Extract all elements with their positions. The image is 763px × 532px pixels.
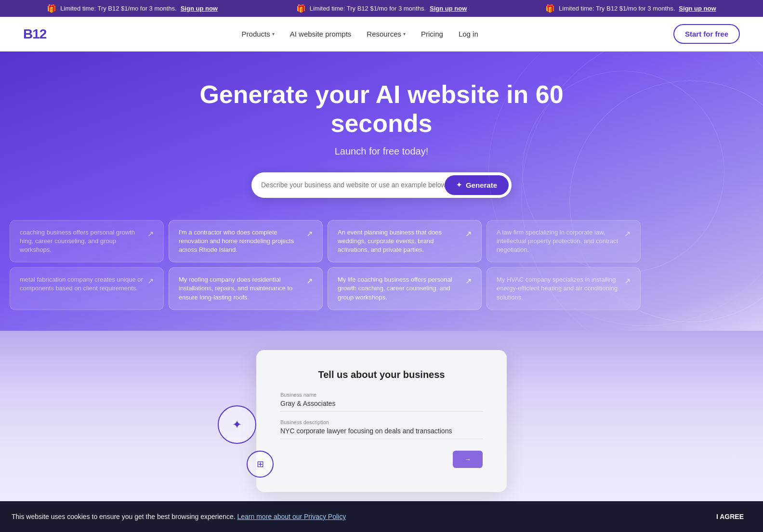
nav-item-products[interactable]: Products ▾	[242, 30, 275, 38]
business-desc-value: NYC corporate lawyer focusing on deals a…	[280, 427, 483, 439]
card-row1-0[interactable]: coaching business offers personal growth…	[10, 220, 164, 263]
cards-row-1: coaching business offers personal growth…	[10, 220, 753, 263]
banner-text-2: Limited time: Try B12 $1/mo for 3 months…	[310, 5, 426, 12]
business-name-label: Business name	[280, 392, 483, 398]
card-text: I'm a contractor who does complete renov…	[179, 228, 303, 255]
arrow-icon: ↗	[147, 229, 154, 238]
nav-item-pricing[interactable]: Pricing	[421, 30, 443, 38]
nav-products-label: Products	[242, 30, 270, 38]
table-icon: ⊞	[257, 459, 264, 469]
card-row1-1[interactable]: I'm a contractor who does complete renov…	[169, 220, 323, 263]
generate-button[interactable]: ✦ Generate	[445, 175, 509, 195]
banner-text-3: Limited time: Try B12 $1/mo for 3 months…	[559, 5, 675, 12]
star-icon: ✦	[456, 181, 462, 189]
banner-text-1: Limited time: Try B12 $1/mo for 3 months…	[60, 5, 176, 12]
preview-section: ✦ ⊞ Tell us about your business Business…	[0, 331, 763, 531]
card-text: metal fabrication company creates unique…	[20, 275, 144, 293]
hero-circle-decoration-1	[522, 71, 724, 273]
generate-label: Generate	[466, 181, 497, 189]
card-row2-2[interactable]: My life coaching business offers persona…	[328, 267, 482, 310]
gift-icon-1: 🎁	[47, 4, 56, 13]
card-row1-3[interactable]: A law firm specializing in corporate law…	[487, 220, 641, 263]
preview-next-button[interactable]: →	[453, 451, 483, 468]
card-text: My life coaching business offers persona…	[338, 275, 461, 302]
gift-icon-3: 🎁	[545, 4, 555, 13]
nav-item-login[interactable]: Log in	[459, 30, 478, 38]
banner-item-1: 🎁 Limited time: Try B12 $1/mo for 3 mont…	[47, 4, 218, 13]
card-row2-3[interactable]: My HVAC company specializes in installin…	[487, 267, 641, 310]
hero-subtitle: Launch for free today!	[335, 146, 429, 157]
navbar: B12 Products ▾ AI website prompts Resour…	[0, 17, 763, 52]
arrow-icon: ↗	[465, 229, 472, 238]
logo[interactable]: B12	[23, 26, 46, 42]
card-text: coaching business offers personal growth…	[20, 228, 144, 255]
top-banner: 🎁 Limited time: Try B12 $1/mo for 3 mont…	[0, 0, 763, 17]
chevron-down-icon-2: ▾	[403, 31, 406, 37]
preview-card: ✦ ⊞ Tell us about your business Business…	[256, 350, 507, 492]
nav-pricing-label: Pricing	[421, 30, 443, 38]
banner-cta-1[interactable]: Sign up now	[181, 5, 218, 12]
preview-title: Tell us about your business	[280, 369, 483, 380]
card-text: An event planning business that does wed…	[338, 228, 461, 255]
banner-item-3: 🎁 Limited time: Try B12 $1/mo for 3 mont…	[545, 4, 716, 13]
banner-cta-2[interactable]: Sign up now	[430, 5, 467, 12]
cookie-message: This website uses cookies to ensure you …	[12, 513, 236, 520]
hero-section: Generate your AI website in 60 seconds L…	[0, 52, 763, 331]
card-row2-0[interactable]: metal fabrication company creates unique…	[10, 267, 164, 310]
chevron-down-icon: ▾	[272, 31, 275, 37]
banner-item-2: 🎁 Limited time: Try B12 $1/mo for 3 mont…	[296, 4, 467, 13]
table-circle: ⊞	[247, 451, 274, 478]
cookie-banner: This website uses cookies to ensure you …	[0, 501, 763, 531]
arrow-icon: ↗	[306, 229, 313, 238]
cards-row-2: metal fabrication company creates unique…	[10, 267, 753, 310]
nav-ai-label: AI website prompts	[290, 30, 352, 38]
search-input[interactable]	[261, 175, 445, 195]
nav-login-label: Log in	[459, 30, 478, 38]
arrow-icon: ↗	[147, 276, 154, 285]
cookie-text: This website uses cookies to ensure you …	[12, 513, 709, 520]
sparkle-circle: ✦	[218, 405, 256, 444]
arrow-icon: ↗	[624, 276, 631, 285]
privacy-policy-link[interactable]: Learn more about our Privacy Policy	[237, 513, 346, 520]
gift-icon-2: 🎁	[296, 4, 306, 13]
start-for-free-button[interactable]: Start for free	[673, 24, 740, 44]
arrow-icon: ↗	[624, 229, 631, 238]
card-text: My HVAC company specializes in installin…	[497, 275, 620, 302]
card-row1-2[interactable]: An event planning business that does wed…	[328, 220, 482, 263]
card-row2-1[interactable]: My roofing company does residential inst…	[169, 267, 323, 310]
hero-title: Generate your AI website in 60 seconds	[194, 80, 569, 138]
nav-resources-label: Resources	[367, 30, 401, 38]
search-bar[interactable]: ✦ Generate	[251, 172, 512, 198]
cookie-agree-button[interactable]: I AGREE	[709, 509, 751, 524]
nav-item-resources[interactable]: Resources ▾	[367, 30, 406, 38]
card-text: My roofing company does residential inst…	[179, 275, 303, 302]
business-desc-label: Business description	[280, 419, 483, 425]
arrow-icon: ↗	[306, 276, 313, 285]
example-cards: coaching business offers personal growth…	[10, 220, 753, 310]
business-name-value: Gray & Associates	[280, 400, 483, 412]
banner-cta-3[interactable]: Sign up now	[679, 5, 716, 12]
nav-links: Products ▾ AI website prompts Resources …	[242, 30, 478, 38]
arrow-icon: ↗	[465, 276, 472, 285]
nav-item-ai-prompts[interactable]: AI website prompts	[290, 30, 352, 38]
card-text: A law firm specializing in corporate law…	[497, 228, 620, 255]
sparkle-icon: ✦	[232, 418, 242, 431]
